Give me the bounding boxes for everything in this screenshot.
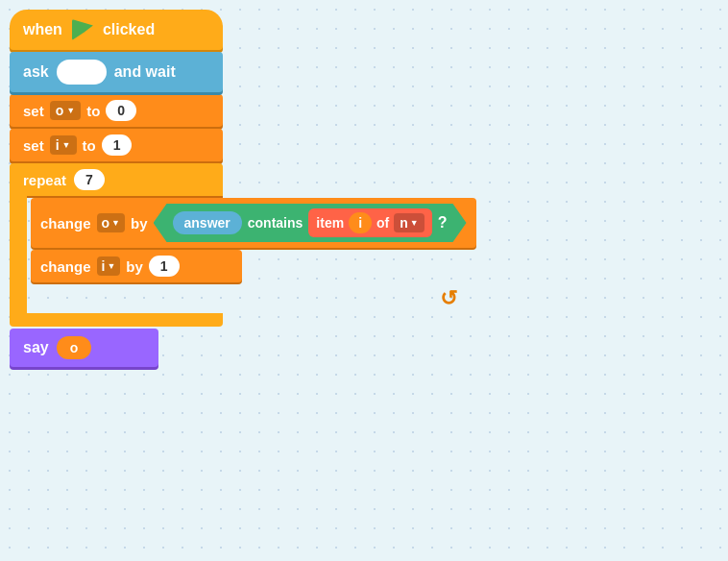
repeat-times-value[interactable]: 7 bbox=[74, 169, 105, 190]
dropdown-arrow-2: ▼ bbox=[62, 140, 71, 150]
scratch-workspace: when clicked ask and wait set o ▼ to 0 s… bbox=[10, 10, 476, 367]
set-i-block[interactable]: set i ▼ to 1 bbox=[10, 129, 223, 161]
contains-hex-block[interactable]: answer contains item i of n bbox=[154, 204, 467, 242]
loop-arrow: ↺ bbox=[31, 286, 476, 311]
dropdown-arrow-1: ▼ bbox=[66, 106, 75, 115]
change-o-block[interactable]: change o ▼ by answer contains bbox=[31, 198, 476, 248]
repeat-inner-blocks: change o ▼ by answer contains bbox=[27, 196, 476, 313]
change-o-label: change bbox=[40, 215, 91, 232]
dropdown-arrow-4: ▼ bbox=[410, 218, 419, 228]
change-o-by: by bbox=[131, 215, 148, 232]
set-o-to: to bbox=[86, 103, 100, 119]
repeat-block[interactable]: repeat 7 change o ▼ by bbox=[10, 163, 476, 327]
set-o-value[interactable]: 0 bbox=[106, 100, 136, 121]
say-block[interactable]: say o bbox=[10, 329, 158, 367]
var-i-dropdown[interactable]: i ▼ bbox=[50, 135, 77, 155]
when-clicked-block[interactable]: when clicked bbox=[10, 10, 223, 50]
change-i-by: by bbox=[126, 258, 143, 275]
item-block[interactable]: item i of n ▼ bbox=[308, 208, 431, 237]
of-label: of bbox=[376, 215, 389, 231]
change-o-dropdown[interactable]: o ▼ bbox=[97, 213, 125, 232]
set-i-label: set bbox=[23, 137, 44, 154]
repeat-bottom-bar bbox=[10, 313, 223, 327]
change-i-block[interactable]: change i ▼ by 1 bbox=[31, 250, 242, 282]
question-mark: ? bbox=[438, 214, 448, 232]
set-i-to: to bbox=[83, 137, 96, 154]
item-i-pill[interactable]: i bbox=[349, 212, 372, 233]
set-o-block[interactable]: set o ▼ to 0 bbox=[10, 94, 223, 127]
change-i-dropdown[interactable]: i ▼ bbox=[97, 256, 121, 276]
contains-label: contains bbox=[248, 215, 303, 231]
when-label: when bbox=[23, 21, 62, 38]
repeat-label: repeat bbox=[23, 172, 66, 188]
clicked-label: clicked bbox=[103, 21, 155, 38]
var-o-dropdown[interactable]: o ▼ bbox=[50, 101, 81, 120]
set-o-label: set bbox=[23, 103, 44, 119]
ask-input[interactable] bbox=[57, 60, 107, 85]
dropdown-arrow-3: ▼ bbox=[111, 218, 120, 228]
var-o-name: o bbox=[56, 103, 64, 118]
n-dropdown[interactable]: n ▼ bbox=[394, 213, 424, 232]
change-i-value[interactable]: 1 bbox=[149, 256, 180, 277]
set-i-value[interactable]: 1 bbox=[102, 134, 133, 156]
answer-pill[interactable]: answer bbox=[173, 211, 242, 234]
dropdown-arrow-5: ▼ bbox=[107, 261, 115, 271]
ask-wait-block[interactable]: ask and wait bbox=[10, 52, 223, 92]
var-i-name: i bbox=[56, 137, 60, 153]
and-wait-label: and wait bbox=[114, 63, 176, 81]
say-label: say bbox=[23, 339, 49, 356]
ask-label: ask bbox=[23, 63, 49, 81]
change-i-label: change bbox=[40, 258, 91, 275]
say-var-pill[interactable]: o bbox=[57, 336, 92, 359]
repeat-left-arm bbox=[10, 196, 27, 313]
repeat-top-bar: repeat 7 bbox=[10, 163, 223, 196]
item-label: item bbox=[316, 215, 344, 231]
flag-icon bbox=[72, 19, 93, 40]
